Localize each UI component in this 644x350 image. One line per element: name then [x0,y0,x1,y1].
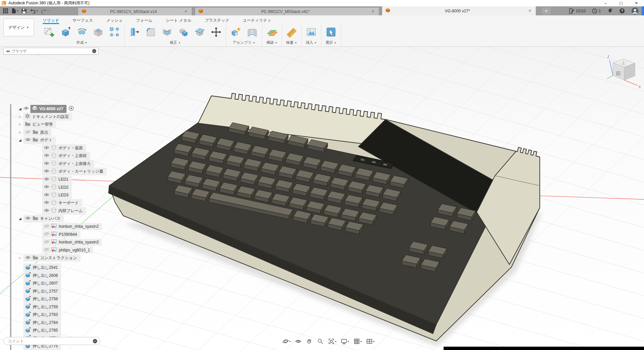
visibility-eye-icon[interactable] [25,255,31,260]
browser-root-row[interactable]: ◢VG-8000 v27 [3,105,104,113]
new-tab-button[interactable]: + [542,7,551,15]
pattern-button[interactable] [107,25,122,39]
browser-tree-item[interactable]: ボディ・上面後ろ [3,160,104,168]
look-at-icon[interactable] [294,337,303,345]
feature-row[interactable]: 押し出し2541 [3,264,104,272]
ribbon-tab-3[interactable]: フォーム [136,18,152,24]
browser-tree-item[interactable]: ◢キャンバス [3,215,104,223]
new-component-button[interactable] [228,25,244,39]
comment-minimize-icon[interactable] [93,339,97,343]
revolve-button[interactable] [74,25,90,39]
group-dropdown-label[interactable]: 検査 ▼ [284,40,299,46]
document-tab[interactable]: PC-9801CV_M5Stack v14✕ [78,8,192,15]
browser-tree-item[interactable]: LED1 [3,176,104,184]
browser-tree-item[interactable]: ボディ・カートリッジ蓋 [3,168,104,176]
grid-and-snaps-icon[interactable]: ▾ [352,337,363,345]
feature-row[interactable]: 押し出し2765 [3,327,104,335]
browser-tree-item[interactable]: ▷ドキュメントの設定 [3,113,104,121]
visibility-eye-icon[interactable] [44,185,49,190]
group-dropdown-label[interactable]: アセンブリ ▼ [228,40,260,46]
tab-close-icon[interactable]: ✕ [527,8,532,14]
orbit-icon[interactable]: ▾ [281,337,292,345]
browser-header[interactable]: ◀◀ ブラウザ [3,48,99,54]
redo-icon[interactable]: ▾ [41,8,49,14]
visibility-eye-off-icon[interactable] [44,247,49,252]
browser-tree-item[interactable]: ボディ・上面前 [3,152,104,160]
create-sketch-button[interactable] [41,25,57,39]
feature-row[interactable]: 押し出し2757 [3,288,104,296]
visibility-eye-icon[interactable] [44,169,49,174]
display-settings-icon[interactable]: ▾ [340,337,350,345]
move-copy-button[interactable] [208,25,224,39]
feature-row[interactable]: 押し出し2764 [3,319,104,327]
joint-button[interactable] [245,25,260,39]
browser-tree-item[interactable]: P1090644 [3,230,104,238]
file-menu-icon[interactable]: ▾ [11,8,18,14]
visibility-eye-icon[interactable] [44,208,49,213]
feature-row[interactable]: 押し出し2759 [3,303,104,311]
fillet-button[interactable] [143,25,158,39]
feature-row[interactable]: 押し出し2606 [3,272,104,280]
view-cube[interactable]: 上 前 Z X [603,53,642,90]
visibility-eye-icon[interactable] [44,200,49,205]
browser-tree-item[interactable]: ▷コンストラクション [3,254,104,262]
shell-button[interactable] [159,25,175,39]
visibility-eye-icon[interactable] [44,177,49,182]
tab-close-icon[interactable]: ✕ [183,9,188,14]
ribbon-tab-1[interactable]: サーフェス [72,18,93,24]
visibility-eye-icon[interactable] [44,161,49,166]
extrude-button[interactable] [58,25,73,39]
combine-button[interactable] [176,25,191,39]
app-launcher-icon[interactable] [3,8,8,14]
browser-tree-item[interactable]: philips_vg8010_1 [3,246,104,254]
visibility-eye-off-icon[interactable] [44,224,49,229]
ribbon-tab-solid[interactable]: ソリッド [43,18,59,24]
visibility-eye-off-icon[interactable] [25,130,31,135]
expander-collapsed-icon[interactable]: ▷ [17,256,23,259]
expander-collapsed-icon[interactable]: ▷ [17,115,23,118]
help-icon[interactable]: ? [619,8,625,14]
minimize-button[interactable]: ─ [598,0,613,6]
browser-tree-item[interactable]: LED3 [3,191,104,199]
visibility-eye-icon[interactable] [23,106,29,111]
browser-tree-item[interactable]: honbun_shita_syasin3 [3,238,104,246]
group-dropdown-label[interactable]: 選択 ▼ [323,40,339,46]
browser-tree-item[interactable]: ▷原点 [3,129,104,137]
group-dropdown-label[interactable]: 作成 ▼ [41,40,122,46]
expander-collapsed-icon[interactable]: ▷ [17,123,23,126]
comment-bar[interactable]: コメント [3,337,100,345]
close-button[interactable]: ✕ [629,0,644,6]
insert-canvas-button[interactable] [304,25,319,39]
activate-component-radio[interactable] [69,106,74,112]
collapse-arrows-icon[interactable]: ◀◀ [6,49,9,53]
visibility-eye-icon[interactable] [44,193,49,198]
hole-button[interactable] [91,25,106,39]
ribbon-tab-2[interactable]: メッシュ [106,18,123,24]
group-dropdown-label[interactable]: 構築 ▼ [264,40,280,46]
expander-expanded-icon[interactable]: ◢ [17,107,23,111]
browser-tree-item[interactable]: 内部フレーム [3,207,104,215]
document-tab[interactable]: PC-9801CV_M5Stack v41*✕ [195,8,379,15]
browser-tree-item[interactable]: ◢ボディ [3,136,104,144]
fit-icon[interactable]: ▾ [327,337,337,345]
feature-row[interactable]: 押し出し2758 [3,295,104,303]
undo-icon[interactable]: ▾ [30,8,38,14]
avatar[interactable] [631,7,639,15]
workspace-switcher[interactable]: デザイン▼ [3,18,34,36]
expander-expanded-icon[interactable]: ◢ [17,217,23,220]
visibility-eye-icon[interactable] [44,146,49,151]
feature-row[interactable]: 押し出し2607 [3,280,104,288]
ribbon-tab-4[interactable]: シート メタル [166,18,191,24]
group-dropdown-label[interactable]: 修正 ▼ [127,40,224,46]
bell-icon[interactable] [607,8,613,14]
construction-plane-button[interactable] [264,25,280,39]
group-dropdown-label[interactable]: 挿入 ▼ [304,40,319,46]
zoom-icon[interactable] [316,337,325,345]
visibility-eye-icon[interactable] [25,138,31,143]
browser-tree-item[interactable]: LED2 [3,183,104,191]
save-icon[interactable] [21,8,27,14]
browser-tree-item[interactable]: キーボード [3,199,104,207]
browser-tree-item[interactable]: honbun_shita_syasin2 [3,223,104,231]
pan-icon[interactable] [305,337,314,345]
browser-tree-item[interactable]: ▷ビュー管理 [3,121,104,129]
